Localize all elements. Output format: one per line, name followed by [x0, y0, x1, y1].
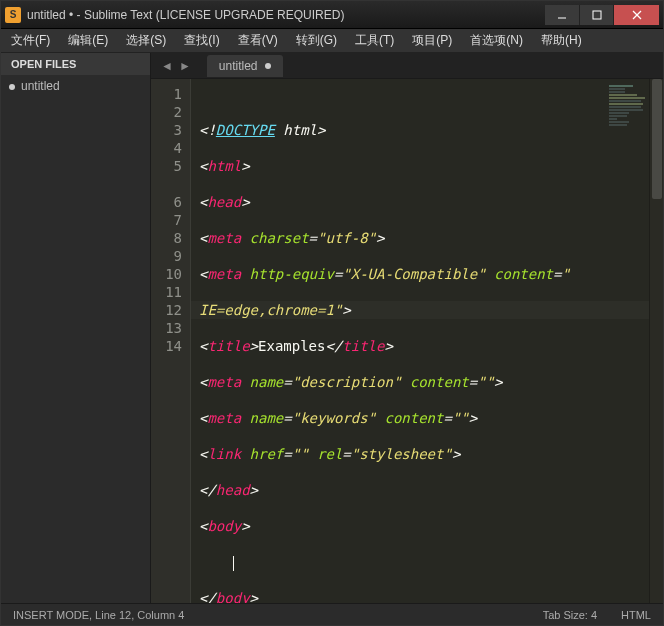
- menu-project[interactable]: 项目(P): [408, 30, 456, 51]
- open-file-item[interactable]: untitled: [1, 75, 150, 97]
- svg-rect-1: [593, 11, 601, 19]
- line-number: 10: [151, 265, 182, 283]
- tab-untitled[interactable]: untitled: [207, 55, 284, 77]
- scroll-thumb[interactable]: [652, 79, 662, 199]
- line-number: 2: [151, 103, 182, 121]
- menu-tools[interactable]: 工具(T): [351, 30, 398, 51]
- dirty-dot-icon: [9, 84, 15, 90]
- menu-prefs[interactable]: 首选项(N): [466, 30, 527, 51]
- vertical-scrollbar[interactable]: [649, 79, 663, 603]
- line-number: 7: [151, 211, 182, 229]
- line-number: 8: [151, 229, 182, 247]
- code-editor[interactable]: <!DOCTYPE html> <html> <head> <meta char…: [191, 79, 649, 603]
- menu-help[interactable]: 帮助(H): [537, 30, 586, 51]
- app-icon: S: [5, 7, 21, 23]
- nav-forward-icon[interactable]: ►: [179, 59, 191, 73]
- line-number: 9: [151, 247, 182, 265]
- open-files-header: OPEN FILES: [1, 53, 150, 75]
- nav-arrows: ◄ ►: [151, 59, 201, 73]
- line-number: 4: [151, 139, 182, 157]
- status-syntax[interactable]: HTML: [621, 609, 651, 621]
- line-number: 12: [151, 301, 182, 319]
- menu-file[interactable]: 文件(F): [7, 30, 54, 51]
- line-number: 6: [151, 193, 182, 211]
- code-area: 1 2 3 4 5 6 7 8 9 10 11 12 13 14: [151, 79, 663, 603]
- line-number: 13: [151, 319, 182, 337]
- status-mode: INSERT MODE, Line 12, Column 4: [13, 609, 519, 621]
- tab-dirty-dot-icon: [265, 63, 271, 69]
- window-title: untitled • - Sublime Text (LICENSE UPGRA…: [27, 8, 545, 22]
- line-number: 14: [151, 337, 182, 355]
- window-controls: [545, 5, 659, 25]
- menu-select[interactable]: 选择(S): [122, 30, 170, 51]
- close-button[interactable]: [613, 5, 659, 25]
- statusbar: INSERT MODE, Line 12, Column 4 Tab Size:…: [1, 603, 663, 625]
- nav-back-icon[interactable]: ◄: [161, 59, 173, 73]
- editor-column: ◄ ► untitled 1 2 3 4 5 6 7: [151, 53, 663, 603]
- menubar: 文件(F) 编辑(E) 选择(S) 查找(I) 查看(V) 转到(G) 工具(T…: [1, 29, 663, 53]
- tabbar: ◄ ► untitled: [151, 53, 663, 79]
- menu-goto[interactable]: 转到(G): [292, 30, 341, 51]
- line-number: 11: [151, 283, 182, 301]
- line-number: 5: [151, 157, 182, 175]
- caret: [233, 556, 234, 571]
- maximize-button[interactable]: [579, 5, 613, 25]
- line-number: 1: [151, 85, 182, 103]
- menu-find[interactable]: 查找(I): [180, 30, 223, 51]
- line-number: 3: [151, 121, 182, 139]
- minimap[interactable]: [609, 85, 649, 155]
- menu-view[interactable]: 查看(V): [234, 30, 282, 51]
- status-tabsize[interactable]: Tab Size: 4: [543, 609, 597, 621]
- body-area: OPEN FILES untitled ◄ ► untitled 1: [1, 53, 663, 603]
- tab-label: untitled: [219, 59, 258, 73]
- titlebar[interactable]: S untitled • - Sublime Text (LICENSE UPG…: [1, 1, 663, 29]
- app-window: S untitled • - Sublime Text (LICENSE UPG…: [0, 0, 664, 626]
- minimize-button[interactable]: [545, 5, 579, 25]
- menu-edit[interactable]: 编辑(E): [64, 30, 112, 51]
- line-number: [151, 175, 182, 193]
- sidebar: OPEN FILES untitled: [1, 53, 151, 603]
- gutter: 1 2 3 4 5 6 7 8 9 10 11 12 13 14: [151, 79, 191, 603]
- open-file-label: untitled: [21, 79, 60, 93]
